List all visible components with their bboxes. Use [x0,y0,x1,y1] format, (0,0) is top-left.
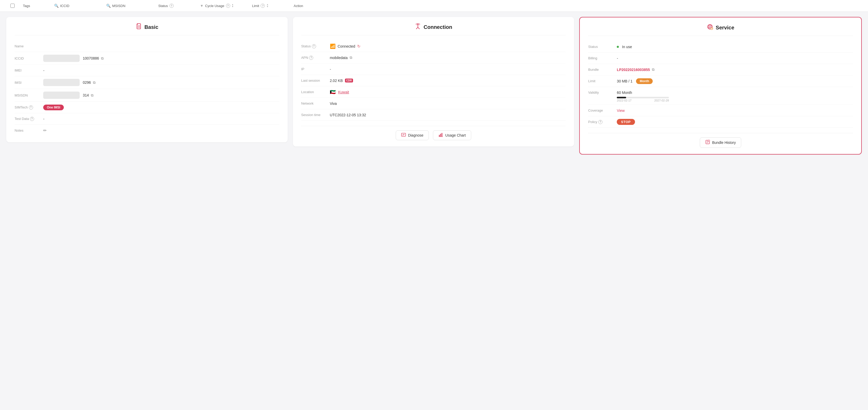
conn-field-session-time: Session time UTC2022-12-05 13:32 [301,109,566,121]
msisdn-field-label: MSISDN [14,93,43,97]
imsi-value: 0296 ⧉ [43,79,279,86]
filter-icon[interactable]: ▼ [200,4,204,8]
bundle-value: LP20220216003855 ⧉ [617,67,853,72]
limit-month-badge: Month [636,78,653,84]
billing-label: Billing [588,56,617,60]
field-imei: IMEI - [14,65,279,76]
policy-help-icon[interactable]: ? [598,120,602,124]
validity-section: 60 Month 2022-02-17 2027-02-28 [617,91,669,102]
imei-value: - [43,68,279,73]
msisdn-value: 314 ⧉ [43,92,279,99]
validity-label: Validity [588,90,617,95]
simtech-help-icon[interactable]: ? [29,105,33,109]
apn-copy-icon[interactable]: ⧉ [350,56,352,60]
header-row: Tags 🔍 ICCID 🔍 MSISDN Status ? ▼ Cycle U… [0,0,868,12]
limit-sort[interactable]: ▲▼ [266,4,269,8]
notes-edit-icon[interactable]: ✏ [43,128,46,133]
service-title-text: Service [716,25,734,31]
conn-status-text: Connected [338,44,355,48]
field-msisdn: MSISDN 314 ⧉ [14,89,279,102]
cycle-usage-sort[interactable]: ▲▼ [232,4,234,8]
svc-field-validity: Validity 60 Month 2022-02-17 2027-02-28 [588,87,853,105]
header-cycle-usage: ▼ Cycle Usage ? ▲▼ [196,2,248,9]
simtech-label: SIMTech ? [14,105,43,109]
bundle-label: Bundle [588,68,617,72]
action-label: Action [294,4,303,8]
apn-help-icon[interactable]: ? [309,56,313,60]
basic-title-text: Basic [145,24,158,30]
bundle-history-button[interactable]: Bundle History [700,137,741,148]
search-icon-msisdn[interactable]: 🔍 [106,4,111,8]
search-icon-iccid[interactable]: 🔍 [54,4,59,8]
simtech-badge: One IMSI [43,105,64,110]
testdata-help-icon[interactable]: ? [30,117,34,121]
imsi-masked [43,79,80,86]
field-name: Name [14,41,279,52]
diagnose-icon [401,133,406,138]
last-session-value: 2.02 KB CDR [330,78,566,83]
msisdn-copy-icon[interactable]: ⧉ [91,93,93,98]
bundle-copy-icon[interactable]: ⧉ [652,67,654,72]
iccid-suffix: 10070886 [83,56,99,60]
header-checkbox[interactable] [6,2,19,9]
antenna-icon [415,23,421,31]
status-help-icon[interactable]: ? [169,4,174,8]
svc-limit-value: 30 MB / 1 Month [617,78,853,84]
sim-card-icon [136,23,142,31]
policy-value: STOP [617,119,853,125]
conn-status-help-icon[interactable]: ? [312,44,316,48]
location-label: Location [301,90,330,94]
refresh-icon[interactable]: ↻ [357,44,361,49]
header-tags: Tags [19,2,50,9]
conn-field-last-session: Last session 2.02 KB CDR [301,75,566,87]
cycle-usage-help-icon[interactable]: ? [226,4,230,8]
policy-label-text: Policy [588,120,597,124]
location-value: 🇰🇼 Kuwait [330,89,566,95]
notes-label: Notes [14,129,43,132]
connection-card-buttons: Diagnose Usage Chart [301,126,566,140]
select-all-checkbox[interactable] [10,4,14,8]
iccid-copy-icon[interactable]: ⧉ [101,56,104,61]
testdata-label: Test Data ? [14,117,43,121]
apn-label-text: APN [301,56,308,60]
testdata-label-text: Test Data [14,117,29,121]
validity-bar-bg [617,97,669,98]
connection-card: Connection Status ? 📶 Connected ↻ APN ? … [293,17,574,146]
svg-rect-2 [139,26,140,26]
cdr-badge: CDR [345,78,353,82]
last-session-text: 2.02 KB [330,78,343,83]
usage-chart-button[interactable]: Usage Chart [433,130,471,140]
validity-end: 2027-02-28 [654,99,669,102]
basic-card-title: Basic [14,23,279,35]
location-country-link[interactable]: Kuwait [338,90,349,94]
service-card: Service Status In use Billing - Bundle L… [579,17,862,155]
header-action: Action [289,2,331,9]
imsi-suffix: 0296 [83,80,91,84]
coverage-value: View [617,108,853,113]
conn-field-apn: APN ? mobiledata ⧉ [301,52,566,64]
wifi-icon: 📶 [330,43,336,49]
network-label: Network [301,101,330,105]
policy-stop-badge[interactable]: STOP [617,119,635,125]
iccid-value: 10070886 ⧉ [43,55,279,62]
coverage-view-link[interactable]: View [617,108,625,113]
apn-value: mobiledata ⧉ [330,56,566,60]
limit-help-icon[interactable]: ? [260,4,265,8]
bundle-link[interactable]: LP20220216003855 [617,68,650,72]
svg-rect-1 [138,26,138,26]
location-flag: 🇰🇼 [330,89,336,95]
header-iccid: 🔍 ICCID [50,2,102,9]
tags-label: Tags [23,4,30,8]
field-notes: Notes ✏ [14,125,279,136]
ip-label: IP [301,67,330,71]
field-simtech: SIMTech ? One IMSI [14,102,279,113]
validity-bar-container: 2022-02-17 2027-02-28 [617,97,669,102]
imsi-copy-icon[interactable]: ⧉ [93,80,96,85]
conn-status-label-text: Status [301,44,311,48]
conn-status-value: 📶 Connected ↻ [330,43,566,49]
validity-months: 60 Month [617,91,669,95]
diagnose-button[interactable]: Diagnose [396,130,429,140]
svc-field-coverage: Coverage View [588,105,853,116]
msisdn-label: MSISDN [112,4,125,8]
last-session-label: Last session [301,78,330,82]
